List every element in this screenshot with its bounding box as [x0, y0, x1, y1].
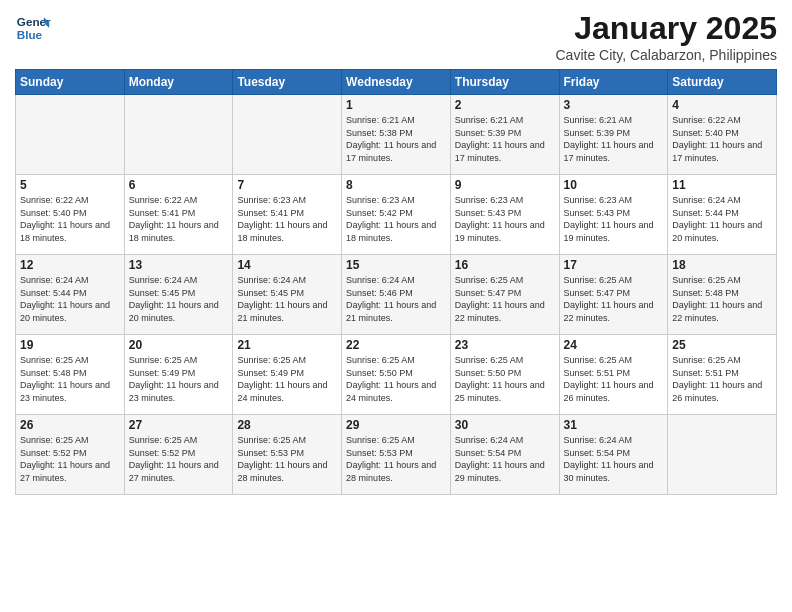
day-info: Sunrise: 6:24 AM Sunset: 5:54 PM Dayligh… — [564, 434, 664, 484]
calendar-cell: 4Sunrise: 6:22 AM Sunset: 5:40 PM Daylig… — [668, 95, 777, 175]
day-number: 21 — [237, 338, 337, 352]
day-number: 27 — [129, 418, 229, 432]
day-info: Sunrise: 6:25 AM Sunset: 5:51 PM Dayligh… — [672, 354, 772, 404]
day-number: 5 — [20, 178, 120, 192]
calendar-cell: 19Sunrise: 6:25 AM Sunset: 5:48 PM Dayli… — [16, 335, 125, 415]
calendar-cell: 16Sunrise: 6:25 AM Sunset: 5:47 PM Dayli… — [450, 255, 559, 335]
calendar-week-3: 19Sunrise: 6:25 AM Sunset: 5:48 PM Dayli… — [16, 335, 777, 415]
header-row: Sunday Monday Tuesday Wednesday Thursday… — [16, 70, 777, 95]
day-number: 9 — [455, 178, 555, 192]
calendar-cell: 3Sunrise: 6:21 AM Sunset: 5:39 PM Daylig… — [559, 95, 668, 175]
calendar-cell — [124, 95, 233, 175]
day-number: 15 — [346, 258, 446, 272]
day-info: Sunrise: 6:24 AM Sunset: 5:44 PM Dayligh… — [672, 194, 772, 244]
day-number: 4 — [672, 98, 772, 112]
day-info: Sunrise: 6:24 AM Sunset: 5:45 PM Dayligh… — [237, 274, 337, 324]
calendar-cell: 11Sunrise: 6:24 AM Sunset: 5:44 PM Dayli… — [668, 175, 777, 255]
calendar-cell: 14Sunrise: 6:24 AM Sunset: 5:45 PM Dayli… — [233, 255, 342, 335]
calendar-cell: 9Sunrise: 6:23 AM Sunset: 5:43 PM Daylig… — [450, 175, 559, 255]
calendar-cell: 10Sunrise: 6:23 AM Sunset: 5:43 PM Dayli… — [559, 175, 668, 255]
day-info: Sunrise: 6:23 AM Sunset: 5:41 PM Dayligh… — [237, 194, 337, 244]
logo: General Blue — [15, 10, 51, 46]
day-number: 30 — [455, 418, 555, 432]
day-info: Sunrise: 6:25 AM Sunset: 5:48 PM Dayligh… — [20, 354, 120, 404]
day-info: Sunrise: 6:25 AM Sunset: 5:52 PM Dayligh… — [129, 434, 229, 484]
calendar-table: Sunday Monday Tuesday Wednesday Thursday… — [15, 69, 777, 495]
day-number: 26 — [20, 418, 120, 432]
col-saturday: Saturday — [668, 70, 777, 95]
day-info: Sunrise: 6:25 AM Sunset: 5:47 PM Dayligh… — [564, 274, 664, 324]
day-number: 14 — [237, 258, 337, 272]
day-info: Sunrise: 6:25 AM Sunset: 5:53 PM Dayligh… — [346, 434, 446, 484]
calendar-cell: 26Sunrise: 6:25 AM Sunset: 5:52 PM Dayli… — [16, 415, 125, 495]
calendar-cell: 8Sunrise: 6:23 AM Sunset: 5:42 PM Daylig… — [342, 175, 451, 255]
calendar-cell: 29Sunrise: 6:25 AM Sunset: 5:53 PM Dayli… — [342, 415, 451, 495]
day-info: Sunrise: 6:22 AM Sunset: 5:40 PM Dayligh… — [672, 114, 772, 164]
day-number: 12 — [20, 258, 120, 272]
calendar-cell: 27Sunrise: 6:25 AM Sunset: 5:52 PM Dayli… — [124, 415, 233, 495]
day-number: 1 — [346, 98, 446, 112]
day-info: Sunrise: 6:25 AM Sunset: 5:50 PM Dayligh… — [455, 354, 555, 404]
day-info: Sunrise: 6:25 AM Sunset: 5:49 PM Dayligh… — [237, 354, 337, 404]
calendar-cell: 6Sunrise: 6:22 AM Sunset: 5:41 PM Daylig… — [124, 175, 233, 255]
day-number: 2 — [455, 98, 555, 112]
day-number: 17 — [564, 258, 664, 272]
day-info: Sunrise: 6:22 AM Sunset: 5:41 PM Dayligh… — [129, 194, 229, 244]
col-thursday: Thursday — [450, 70, 559, 95]
calendar-week-2: 12Sunrise: 6:24 AM Sunset: 5:44 PM Dayli… — [16, 255, 777, 335]
day-info: Sunrise: 6:25 AM Sunset: 5:47 PM Dayligh… — [455, 274, 555, 324]
day-info: Sunrise: 6:24 AM Sunset: 5:45 PM Dayligh… — [129, 274, 229, 324]
day-info: Sunrise: 6:21 AM Sunset: 5:39 PM Dayligh… — [455, 114, 555, 164]
day-number: 7 — [237, 178, 337, 192]
col-sunday: Sunday — [16, 70, 125, 95]
calendar-cell: 22Sunrise: 6:25 AM Sunset: 5:50 PM Dayli… — [342, 335, 451, 415]
calendar-cell: 17Sunrise: 6:25 AM Sunset: 5:47 PM Dayli… — [559, 255, 668, 335]
calendar-cell — [233, 95, 342, 175]
calendar-cell: 20Sunrise: 6:25 AM Sunset: 5:49 PM Dayli… — [124, 335, 233, 415]
day-number: 19 — [20, 338, 120, 352]
day-number: 25 — [672, 338, 772, 352]
col-monday: Monday — [124, 70, 233, 95]
calendar-week-0: 1Sunrise: 6:21 AM Sunset: 5:38 PM Daylig… — [16, 95, 777, 175]
day-number: 8 — [346, 178, 446, 192]
day-info: Sunrise: 6:25 AM Sunset: 5:50 PM Dayligh… — [346, 354, 446, 404]
calendar-cell: 15Sunrise: 6:24 AM Sunset: 5:46 PM Dayli… — [342, 255, 451, 335]
day-number: 22 — [346, 338, 446, 352]
calendar-cell: 7Sunrise: 6:23 AM Sunset: 5:41 PM Daylig… — [233, 175, 342, 255]
svg-text:Blue: Blue — [17, 28, 43, 41]
day-number: 24 — [564, 338, 664, 352]
header: General Blue January 2025 Cavite City, C… — [15, 10, 777, 63]
day-number: 18 — [672, 258, 772, 272]
day-info: Sunrise: 6:21 AM Sunset: 5:38 PM Dayligh… — [346, 114, 446, 164]
day-info: Sunrise: 6:23 AM Sunset: 5:43 PM Dayligh… — [564, 194, 664, 244]
calendar-cell: 12Sunrise: 6:24 AM Sunset: 5:44 PM Dayli… — [16, 255, 125, 335]
calendar-week-4: 26Sunrise: 6:25 AM Sunset: 5:52 PM Dayli… — [16, 415, 777, 495]
day-number: 10 — [564, 178, 664, 192]
day-info: Sunrise: 6:25 AM Sunset: 5:48 PM Dayligh… — [672, 274, 772, 324]
day-number: 3 — [564, 98, 664, 112]
calendar-cell: 21Sunrise: 6:25 AM Sunset: 5:49 PM Dayli… — [233, 335, 342, 415]
day-number: 31 — [564, 418, 664, 432]
day-number: 29 — [346, 418, 446, 432]
day-info: Sunrise: 6:21 AM Sunset: 5:39 PM Dayligh… — [564, 114, 664, 164]
col-wednesday: Wednesday — [342, 70, 451, 95]
subtitle: Cavite City, Calabarzon, Philippines — [555, 47, 777, 63]
day-number: 23 — [455, 338, 555, 352]
day-number: 13 — [129, 258, 229, 272]
day-info: Sunrise: 6:24 AM Sunset: 5:54 PM Dayligh… — [455, 434, 555, 484]
calendar-cell: 25Sunrise: 6:25 AM Sunset: 5:51 PM Dayli… — [668, 335, 777, 415]
calendar-cell: 5Sunrise: 6:22 AM Sunset: 5:40 PM Daylig… — [16, 175, 125, 255]
col-tuesday: Tuesday — [233, 70, 342, 95]
calendar-cell: 28Sunrise: 6:25 AM Sunset: 5:53 PM Dayli… — [233, 415, 342, 495]
calendar-week-1: 5Sunrise: 6:22 AM Sunset: 5:40 PM Daylig… — [16, 175, 777, 255]
day-number: 20 — [129, 338, 229, 352]
day-info: Sunrise: 6:22 AM Sunset: 5:40 PM Dayligh… — [20, 194, 120, 244]
day-number: 6 — [129, 178, 229, 192]
calendar-cell: 24Sunrise: 6:25 AM Sunset: 5:51 PM Dayli… — [559, 335, 668, 415]
title-block: January 2025 Cavite City, Calabarzon, Ph… — [555, 10, 777, 63]
calendar-cell: 31Sunrise: 6:24 AM Sunset: 5:54 PM Dayli… — [559, 415, 668, 495]
day-info: Sunrise: 6:25 AM Sunset: 5:52 PM Dayligh… — [20, 434, 120, 484]
calendar-cell: 18Sunrise: 6:25 AM Sunset: 5:48 PM Dayli… — [668, 255, 777, 335]
calendar-cell: 13Sunrise: 6:24 AM Sunset: 5:45 PM Dayli… — [124, 255, 233, 335]
calendar-cell: 1Sunrise: 6:21 AM Sunset: 5:38 PM Daylig… — [342, 95, 451, 175]
